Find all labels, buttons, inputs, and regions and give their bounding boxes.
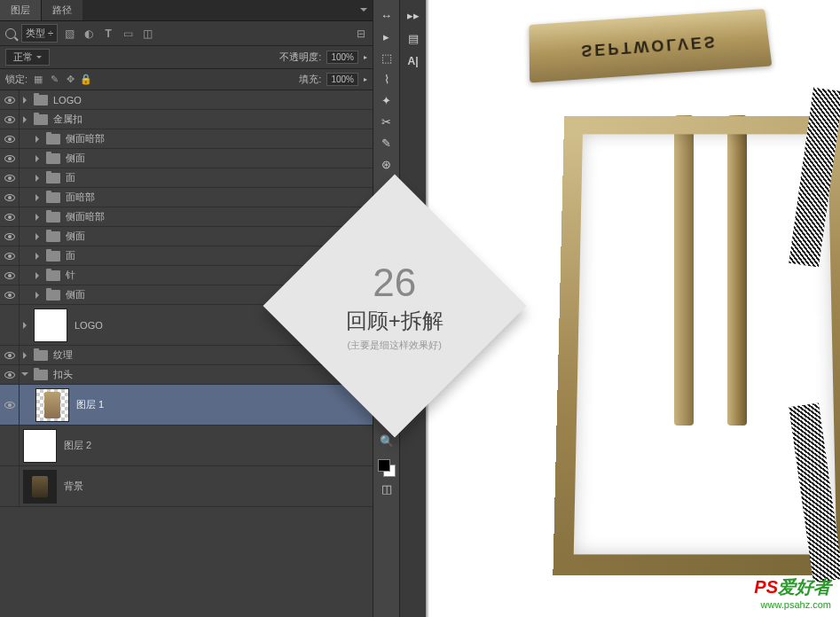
filter-pixel-icon[interactable]: ▧ (63, 27, 75, 40)
tab-paths[interactable]: 路径 (41, 0, 82, 20)
layer-name-label[interactable]: 侧面 (66, 152, 367, 165)
disclosure-triangle-icon[interactable] (35, 213, 44, 222)
visibility-toggle[interactable] (0, 385, 20, 425)
layer-thumbnail[interactable] (23, 429, 57, 463)
layer-name-label[interactable]: 扣头 (53, 368, 367, 381)
layer-name-label[interactable]: 背景 (64, 480, 367, 493)
wand-tool-icon[interactable]: ✦ (377, 90, 396, 110)
layer-row[interactable]: LOGO (0, 90, 373, 110)
visibility-toggle[interactable] (0, 188, 20, 207)
layer-name-label[interactable]: 图层 1 (76, 398, 367, 411)
lock-position-icon[interactable]: ✥ (65, 74, 75, 85)
visibility-toggle[interactable] (0, 426, 20, 465)
layer-row[interactable]: 侧面暗部 (0, 129, 373, 149)
layer-row[interactable]: 侧面暗部 (0, 207, 373, 227)
layer-row[interactable]: 图层 1 (0, 385, 373, 426)
visibility-toggle[interactable] (0, 207, 20, 226)
layer-name-label[interactable]: 侧面暗部 (66, 210, 367, 223)
healing-tool-icon[interactable]: ⊛ (377, 154, 396, 174)
lock-pixels-icon[interactable]: ✎ (49, 74, 59, 85)
layer-name-label[interactable]: 面 (66, 171, 367, 184)
callout-subtitle: (主要是细这样效果好) (346, 338, 444, 351)
tab-layers[interactable]: 图层 (0, 0, 41, 20)
layer-row[interactable]: 图层 2 (0, 426, 373, 466)
layer-lock-row: 锁定: ▦ ✎ ✥ 🔒 填充: 100% ▸ (0, 69, 373, 90)
layer-name-label[interactable]: 图层 2 (64, 439, 367, 452)
fill-value[interactable]: 100% (326, 73, 358, 86)
layer-name-label[interactable]: 面暗部 (66, 191, 367, 204)
disclosure-triangle-icon[interactable] (35, 271, 44, 280)
disclosure-triangle-icon[interactable] (35, 193, 44, 202)
layer-row[interactable]: 金属扣 (0, 110, 373, 129)
disclosure-triangle-icon[interactable] (23, 351, 32, 360)
crop-tool-icon[interactable]: ✂ (377, 112, 396, 131)
visibility-toggle[interactable] (0, 365, 20, 384)
move-tool-icon[interactable]: ▸ (377, 27, 396, 46)
filter-kind-select[interactable]: 类型 ÷ (21, 24, 58, 43)
watermark-url: www.psahz.com (754, 599, 831, 610)
visibility-toggle[interactable] (0, 110, 20, 129)
visibility-toggle[interactable] (0, 346, 20, 364)
layer-row[interactable]: 面暗部 (0, 188, 373, 207)
search-icon[interactable] (5, 28, 16, 39)
lasso-tool-icon[interactable]: ⌇ (377, 69, 396, 89)
layer-row[interactable]: 侧面 (0, 227, 373, 246)
visibility-toggle[interactable] (0, 227, 20, 246)
disclosure-triangle-icon[interactable] (23, 321, 32, 330)
blend-mode-select[interactable]: 正常 (5, 49, 50, 66)
arrow-icon[interactable]: ↔ (377, 5, 396, 25)
layer-thumbnail[interactable] (34, 308, 67, 342)
watermark-title: PS爱好者 (754, 575, 831, 599)
lock-label: 锁定: (5, 73, 27, 86)
layer-row[interactable]: 侧面 (0, 149, 373, 168)
folder-icon (46, 270, 60, 281)
layer-options-row: 正常 不透明度: 100% ▸ (0, 46, 373, 69)
disclosure-triangle-icon[interactable] (35, 135, 44, 144)
visibility-toggle[interactable] (0, 246, 20, 265)
visibility-toggle[interactable] (0, 168, 20, 187)
lock-all-icon[interactable]: 🔒 (81, 74, 91, 85)
visibility-toggle[interactable] (0, 305, 20, 345)
eye-icon (4, 175, 15, 182)
fg-color-icon[interactable] (378, 459, 390, 472)
disclosure-triangle-icon[interactable] (23, 115, 32, 124)
filter-smart-icon[interactable]: ◫ (141, 27, 153, 40)
layer-name-label[interactable]: 金属扣 (53, 113, 367, 126)
layer-row[interactable]: 面 (0, 168, 373, 188)
visibility-toggle[interactable] (0, 129, 20, 148)
collapse-panel-icon[interactable]: ▸▸ (404, 5, 423, 25)
filter-type-icon[interactable]: T (102, 27, 114, 40)
visibility-toggle[interactable] (0, 266, 20, 285)
visibility-toggle[interactable] (0, 466, 20, 506)
layer-row[interactable]: 扣头 (0, 365, 373, 385)
layer-thumbnail[interactable] (23, 470, 57, 504)
color-swatch[interactable] (378, 459, 396, 477)
visibility-toggle[interactable] (0, 285, 20, 304)
visibility-toggle[interactable] (0, 149, 20, 168)
layer-row[interactable]: 背景 (0, 466, 373, 507)
fill-label: 填充: (299, 73, 321, 86)
lock-transparent-icon[interactable]: ▦ (33, 74, 43, 85)
layer-name-label[interactable]: LOGO (53, 95, 367, 105)
layer-name-label[interactable]: 侧面 (66, 230, 367, 243)
eyedropper-tool-icon[interactable]: ✎ (377, 133, 396, 152)
layer-name-label[interactable]: 侧面暗部 (66, 132, 367, 145)
disclosure-triangle-icon[interactable] (35, 154, 44, 163)
disclosure-triangle-icon[interactable] (23, 371, 32, 379)
visibility-toggle[interactable] (0, 90, 20, 109)
layer-thumbnail[interactable] (35, 388, 69, 422)
opacity-value[interactable]: 100% (326, 51, 358, 64)
disclosure-triangle-icon[interactable] (35, 291, 44, 300)
quickmask-icon[interactable]: ◫ (377, 479, 396, 498)
marquee-tool-icon[interactable]: ⬚ (377, 48, 396, 67)
history-panel-icon[interactable]: ▤ (404, 28, 423, 48)
filter-toggle-icon[interactable]: ⊟ (355, 27, 367, 40)
filter-shape-icon[interactable]: ▭ (122, 27, 134, 40)
character-panel-icon[interactable]: A| (404, 51, 423, 71)
disclosure-triangle-icon[interactable] (35, 174, 44, 183)
disclosure-triangle-icon[interactable] (35, 232, 44, 241)
disclosure-triangle-icon[interactable] (23, 96, 32, 105)
filter-adjust-icon[interactable]: ◐ (82, 27, 95, 40)
disclosure-triangle-icon[interactable] (35, 252, 44, 261)
panel-menu-icon[interactable] (358, 6, 367, 15)
